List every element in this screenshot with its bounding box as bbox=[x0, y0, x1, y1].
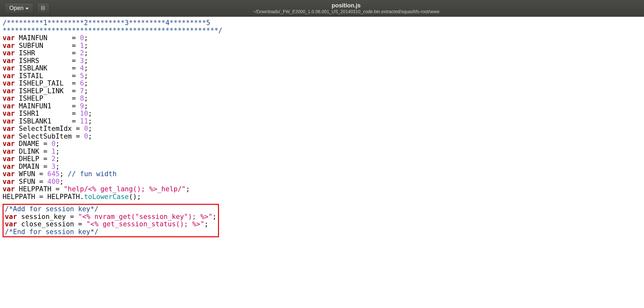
keyword: var bbox=[3, 110, 15, 117]
identifier: ISBLANK bbox=[19, 64, 48, 72]
comment: /*End for session key*/ bbox=[5, 228, 99, 236]
keyword: var bbox=[3, 132, 15, 140]
number: 0 bbox=[84, 132, 88, 140]
keyword: var bbox=[5, 213, 17, 221]
open-button-label: Open bbox=[9, 5, 24, 12]
identifier: ISHR1 bbox=[19, 110, 39, 117]
chevron-down-icon bbox=[25, 8, 29, 10]
number: 5 bbox=[80, 72, 84, 80]
keyword: var bbox=[3, 87, 15, 95]
identifier: DNAME bbox=[19, 140, 39, 148]
keyword: var bbox=[3, 117, 15, 125]
identifier: DMAIN bbox=[19, 163, 39, 170]
keyword: var bbox=[3, 102, 15, 110]
number: 0 bbox=[52, 140, 56, 148]
comment: /*********1*********2*********3*********… bbox=[3, 19, 210, 27]
open-button[interactable]: Open bbox=[5, 3, 33, 14]
identifier: WFUN bbox=[19, 170, 35, 178]
keyword: var bbox=[3, 148, 15, 155]
identifier: SelectItemIdx bbox=[19, 125, 72, 132]
keyword: var bbox=[5, 220, 17, 228]
keyword: var bbox=[3, 125, 15, 132]
keyword: var bbox=[3, 170, 15, 178]
keyword: var bbox=[3, 95, 15, 102]
identifier: HELPPATH = HELPPATH. bbox=[3, 193, 84, 201]
keyword: var bbox=[3, 185, 15, 193]
number: 2 bbox=[52, 155, 56, 163]
keyword: var bbox=[3, 49, 15, 57]
number: 7 bbox=[80, 87, 84, 95]
number: 0 bbox=[80, 34, 84, 42]
session-key-highlight: /*Add for session key*/ var session_key … bbox=[3, 204, 219, 237]
identifier: MAINFUN bbox=[19, 34, 48, 42]
number: 3 bbox=[80, 57, 84, 65]
title-block: position.js ~/Downloads/_FW_E2000_1.0.06… bbox=[53, 2, 639, 14]
keyword: var bbox=[3, 57, 15, 65]
identifier: ISHELP_TAIL bbox=[19, 79, 64, 87]
new-tab-button[interactable] bbox=[37, 3, 50, 14]
identifier: ISHR bbox=[19, 49, 35, 57]
editor-window: Open position.js ~/Downloads/_FW_E2000_1… bbox=[0, 0, 644, 308]
identifier: SelectSubItem bbox=[19, 132, 72, 140]
number: 9 bbox=[80, 102, 84, 110]
window-subtitle: ~/Downloads/_FW_E2000_1.0.06.001_US_2014… bbox=[53, 9, 639, 14]
identifier: close_session bbox=[21, 220, 74, 228]
identifier: ISBLANK1 bbox=[19, 117, 52, 125]
keyword: var bbox=[3, 34, 15, 42]
identifier: ISTAIL bbox=[19, 72, 43, 80]
identifier: ISHELP bbox=[19, 95, 43, 102]
identifier: ISHRS bbox=[19, 57, 39, 65]
comment: /*Add for session key*/ bbox=[5, 205, 99, 213]
number: 10 bbox=[80, 110, 88, 117]
code-editor[interactable]: /*********1*********2*********3*********… bbox=[0, 17, 644, 308]
number: 1 bbox=[80, 42, 84, 50]
comment: // fun width bbox=[64, 170, 117, 178]
string: "<% get_session_status(); %>" bbox=[86, 220, 204, 228]
identifier: SFUN bbox=[19, 178, 35, 186]
keyword: var bbox=[3, 140, 15, 148]
string: "<% nvram_get("session_key"); %>" bbox=[78, 213, 213, 221]
number: 400 bbox=[47, 178, 60, 186]
keyword: var bbox=[3, 163, 15, 170]
number: 6 bbox=[80, 79, 84, 87]
keyword: var bbox=[3, 64, 15, 72]
string: "help/<% get_lang(); %>_help/" bbox=[64, 185, 186, 193]
keyword: var bbox=[3, 178, 15, 186]
identifier: DLINK bbox=[19, 148, 39, 155]
keyword: var bbox=[3, 79, 15, 87]
number: 645 bbox=[47, 170, 60, 178]
function: toLowerCase bbox=[84, 193, 129, 201]
keyword: var bbox=[3, 72, 15, 80]
titlebar: Open position.js ~/Downloads/_FW_E2000_1… bbox=[0, 0, 644, 17]
identifier: ISHELP_LINK bbox=[19, 87, 64, 95]
number: 3 bbox=[52, 163, 56, 170]
identifier: MAINFUN1 bbox=[19, 102, 52, 110]
number: 2 bbox=[80, 49, 84, 57]
identifier: HELPPATH bbox=[19, 185, 52, 193]
identifier: SUBFUN bbox=[19, 42, 43, 50]
number: 4 bbox=[80, 64, 84, 72]
number: 11 bbox=[80, 117, 88, 125]
keyword: var bbox=[3, 42, 15, 50]
identifier: session_key bbox=[21, 213, 66, 221]
keyword: var bbox=[3, 155, 15, 163]
number: 0 bbox=[84, 125, 88, 132]
window-title: position.js bbox=[53, 2, 639, 9]
identifier: DHELP bbox=[19, 155, 39, 163]
number: 1 bbox=[52, 148, 56, 155]
number: 8 bbox=[80, 95, 84, 102]
comment: ****************************************… bbox=[3, 27, 223, 34]
new-document-icon bbox=[40, 5, 46, 11]
